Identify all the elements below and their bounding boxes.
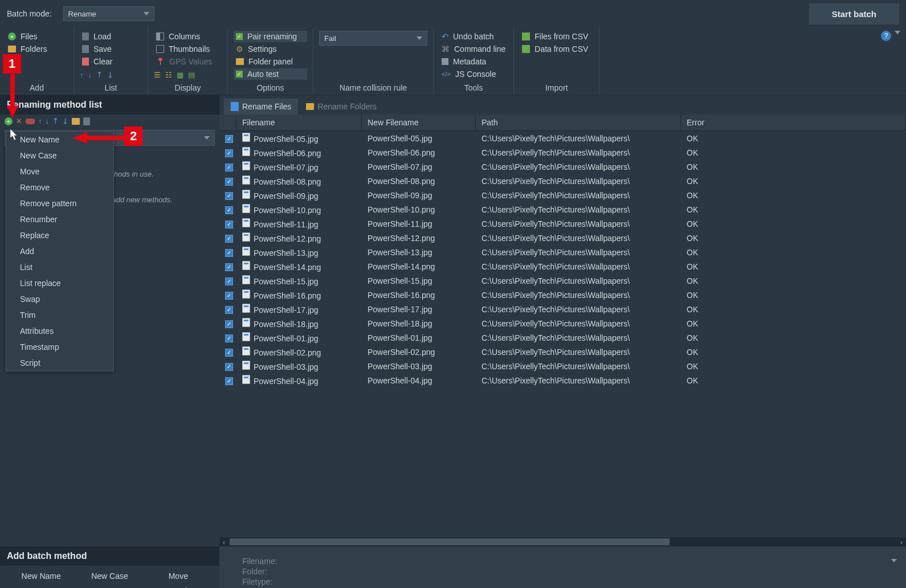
add-batch-item[interactable]: Move [144,569,213,583]
view-grid-icon[interactable]: ▦ [177,71,183,79]
row-checkbox[interactable]: ✓ [225,206,233,214]
row-checkbox[interactable]: ✓ [225,377,233,385]
table-row[interactable]: ✓ PowerShell-16.png PowerShell-16.png C:… [219,288,906,302]
detail-collapse-icon[interactable] [891,556,897,564]
row-checkbox[interactable]: ✓ [225,164,233,172]
table-row[interactable]: ✓ PowerShell-17.jpg PowerShell-17.jpg C:… [219,302,906,316]
add-batch-item[interactable]: Renumber [144,584,213,588]
method-up-button[interactable]: ↑ [38,117,42,125]
table-row[interactable]: ✓ PowerShell-01.jpg PowerShell-01.jpg C:… [219,330,906,345]
context-menu-item[interactable]: List replace [6,275,113,291]
method-bottom-button[interactable]: ⤓ [62,117,68,125]
import-data-csv-button[interactable]: Data from CSV [520,43,593,55]
table-row[interactable]: ✓ PowerShell-15.jpg PowerShell-15.jpg C:… [219,273,906,288]
options-autotest-button[interactable]: ✓Auto test [234,68,307,80]
table-row[interactable]: ✓ PowerShell-02.png PowerShell-02.png C:… [219,345,906,359]
row-checkbox[interactable]: ✓ [225,320,233,328]
tab-rename-files[interactable]: Rename Files [224,99,298,115]
row-checkbox[interactable]: ✓ [225,235,233,243]
display-thumbnails-button[interactable]: Thumbnails [154,43,222,55]
scroll-right-icon[interactable]: › [897,537,906,546]
view-details-icon[interactable]: ☷ [165,71,172,79]
table-row[interactable]: ✓ PowerShell-10.png PowerShell-10.png C:… [219,202,906,217]
view-tiles-icon[interactable]: ▤ [188,71,195,79]
add-batch-item[interactable]: New Case [75,569,144,583]
row-checkbox[interactable]: ✓ [225,277,233,285]
tools-undo-button[interactable]: ↶Undo batch [439,31,508,42]
th-path[interactable]: Path [476,115,681,130]
context-menu-item[interactable]: Attributes [6,323,113,339]
row-checkbox[interactable]: ✓ [225,334,233,342]
batch-mode-select[interactable]: Rename [63,6,154,21]
context-menu-item[interactable]: Add [6,243,113,259]
context-menu-item[interactable]: List [6,259,113,275]
context-menu-item[interactable]: Move [6,164,113,179]
tools-meta-button[interactable]: Metadata [439,56,508,67]
tools-js-button[interactable]: </>JS Console [439,68,508,80]
th-check[interactable] [219,115,236,130]
context-menu-item[interactable]: Swap [6,291,113,307]
context-menu-item[interactable]: Renumber [6,211,113,227]
row-checkbox[interactable]: ✓ [225,192,233,200]
list-clear-button[interactable]: Clear [80,56,142,67]
clear-methods-button[interactable] [26,119,35,124]
context-menu-item[interactable]: Replace [6,227,113,243]
row-checkbox[interactable]: ✓ [225,306,233,314]
add-batch-item[interactable]: New Name [7,569,75,583]
tools-cmd-button[interactable]: ⌘Command line [439,43,508,55]
row-checkbox[interactable]: ✓ [225,220,233,228]
row-checkbox[interactable]: ✓ [225,349,233,357]
context-menu-item[interactable]: Timestamp [6,339,113,355]
add-folders-button[interactable]: Folders [6,43,68,55]
view-list-icon[interactable]: ☰ [154,71,161,79]
context-menu-item[interactable]: Script [6,355,113,371]
list-load-button[interactable]: Load [80,31,142,42]
add-batch-item[interactable]: Remove [7,584,75,588]
table-row[interactable]: ✓ PowerShell-03.jpg PowerShell-03.jpg C:… [219,359,906,373]
options-pair-button[interactable]: ✓Pair renaming [234,31,307,42]
horizontal-scrollbar[interactable]: ‹ › [219,537,906,546]
row-checkbox[interactable]: ✓ [225,363,233,371]
th-filename[interactable]: Filename [236,115,362,130]
help-dropdown-icon[interactable] [895,31,900,34]
add-batch-item[interactable]: Remove pattern [75,584,144,588]
row-checkbox[interactable]: ✓ [225,292,233,300]
scroll-thumb[interactable] [230,538,670,545]
row-checkbox[interactable]: ✓ [225,263,233,271]
start-batch-button[interactable]: Start batch [809,3,899,24]
arrow-down-icon[interactable]: ↓ [88,71,92,79]
th-error[interactable]: Error [681,115,906,130]
row-checkbox[interactable]: ✓ [225,149,233,157]
arrow-top-icon[interactable]: ⤒ [96,71,103,79]
options-folderpanel-button[interactable]: Folder panel [234,56,307,67]
table-row[interactable]: ✓ PowerShell-11.jpg PowerShell-11.jpg C:… [219,217,906,231]
method-top-button[interactable]: ⤒ [52,117,59,125]
add-files-button[interactable]: +Files [6,31,68,42]
th-newfile[interactable]: New Filename [362,115,476,130]
display-gps-button[interactable]: 📍GPS Values [154,56,222,67]
context-menu-item[interactable]: Trim [6,307,113,323]
row-checkbox[interactable]: ✓ [225,178,233,186]
table-row[interactable]: ✓ PowerShell-18.jpg PowerShell-18.jpg C:… [219,316,906,330]
import-files-csv-button[interactable]: Files from CSV [520,31,593,42]
collision-rule-select[interactable]: Fail [319,31,427,46]
context-menu-item[interactable]: Remove [6,179,113,195]
context-menu-item[interactable]: New Case [6,148,113,164]
table-row[interactable]: ✓ PowerShell-14.png PowerShell-14.png C:… [219,259,906,273]
list-save-button[interactable]: Save [80,43,142,55]
tab-rename-folders[interactable]: Rename Folders [299,99,383,115]
method-folder-button[interactable] [72,118,80,125]
table-row[interactable]: ✓ PowerShell-07.jpg PowerShell-07.jpg C:… [219,160,906,174]
row-checkbox[interactable]: ✓ [225,249,233,257]
table-row[interactable]: ✓ PowerShell-09.jpg PowerShell-09.jpg C:… [219,188,906,202]
method-down-button[interactable]: ↓ [46,117,50,125]
row-checkbox[interactable]: ✓ [225,135,233,143]
table-row[interactable]: ✓ PowerShell-04.jpg PowerShell-04.jpg C:… [219,373,906,387]
help-icon[interactable]: ? [881,31,891,41]
arrow-up-icon[interactable]: ↑ [80,71,84,79]
options-settings-button[interactable]: ⚙Settings [234,43,307,55]
scroll-left-icon[interactable]: ‹ [219,537,228,546]
table-row[interactable]: ✓ PowerShell-08.png PowerShell-08.png C:… [219,174,906,188]
arrow-bottom-icon[interactable]: ⤓ [107,71,113,79]
table-row[interactable]: ✓ PowerShell-12.png PowerShell-12.png C:… [219,231,906,245]
